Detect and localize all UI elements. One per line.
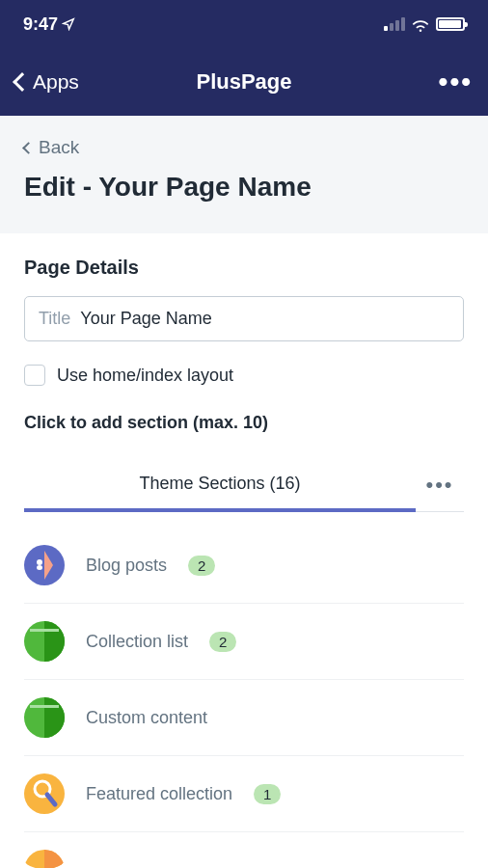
battery-icon bbox=[436, 17, 465, 31]
content: Page Details Title Use home/index layout… bbox=[0, 233, 488, 868]
chevron-left-icon bbox=[22, 142, 35, 154]
section-item-collection-list[interactable]: Collection list 2 bbox=[24, 604, 464, 680]
title-field-label: Title bbox=[39, 309, 70, 329]
custom-content-icon bbox=[24, 697, 65, 738]
layout-checkbox-label: Use home/index layout bbox=[57, 366, 233, 386]
title-input-wrapper[interactable]: Title bbox=[24, 296, 464, 341]
chevron-left-icon bbox=[13, 72, 32, 92]
location-icon bbox=[62, 17, 75, 31]
back-link-label: Back bbox=[39, 137, 79, 158]
nav-more-button[interactable]: ••• bbox=[439, 67, 473, 97]
section-name: Featured collection bbox=[86, 784, 232, 804]
svg-rect-4 bbox=[30, 629, 59, 632]
cellular-signal-icon bbox=[384, 17, 405, 31]
add-section-heading: Click to add section (max. 10) bbox=[24, 413, 464, 433]
section-name: Collection list bbox=[86, 632, 188, 652]
collection-list-icon bbox=[24, 621, 65, 662]
nav-title: PlusPage bbox=[196, 69, 291, 95]
layout-checkbox-row[interactable]: Use home/index layout bbox=[24, 365, 464, 386]
nav-back-label: Apps bbox=[33, 70, 79, 94]
featured-collection-icon bbox=[24, 773, 65, 814]
section-tabs: Theme Sections (16) ••• bbox=[24, 458, 464, 512]
nav-back-button[interactable]: Apps bbox=[15, 70, 79, 94]
page-header: Back Edit - Your Page Name bbox=[0, 116, 488, 233]
svg-rect-2 bbox=[37, 565, 42, 570]
section-badge: 2 bbox=[209, 632, 236, 652]
section-name: Custom content bbox=[86, 708, 207, 728]
section-list: Blog posts 2 Collection list 2 bbox=[24, 516, 464, 868]
title-input[interactable] bbox=[80, 309, 449, 329]
time-text: 9:47 bbox=[23, 14, 58, 35]
status-icons bbox=[384, 17, 465, 32]
tab-theme-sections-label: Theme Sections (16) bbox=[139, 474, 300, 493]
section-item-custom-content[interactable]: Custom content bbox=[24, 680, 464, 756]
svg-point-1 bbox=[37, 559, 42, 565]
nav-bar: Apps PlusPage ••• bbox=[0, 48, 488, 116]
layout-checkbox[interactable] bbox=[24, 365, 45, 386]
back-link[interactable]: Back bbox=[24, 137, 464, 158]
section-badge: 2 bbox=[188, 556, 215, 576]
svg-rect-6 bbox=[30, 705, 59, 708]
svg-point-7 bbox=[24, 773, 65, 814]
tabs-more-button[interactable]: ••• bbox=[416, 473, 464, 498]
page-heading: Edit - Your Page Name bbox=[24, 172, 464, 203]
section-name: Blog posts bbox=[86, 556, 167, 576]
section-item-blog-posts[interactable]: Blog posts 2 bbox=[24, 528, 464, 604]
section-item-partial[interactable] bbox=[24, 832, 464, 868]
wifi-icon bbox=[411, 17, 430, 32]
blog-posts-icon bbox=[24, 545, 65, 585]
status-time: 9:47 bbox=[23, 14, 75, 35]
tab-theme-sections[interactable]: Theme Sections (16) bbox=[24, 458, 416, 511]
page-details-label: Page Details bbox=[24, 257, 464, 279]
status-bar: 9:47 bbox=[0, 0, 488, 48]
section-badge: 1 bbox=[254, 784, 281, 804]
partial-icon bbox=[24, 850, 65, 868]
section-item-featured-collection[interactable]: Featured collection 1 bbox=[24, 756, 464, 832]
